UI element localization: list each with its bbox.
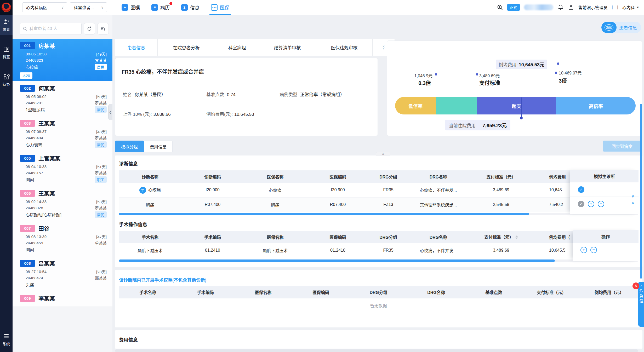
admit-date: 08-05 08:02 <box>26 94 47 99</box>
add-circle-icon[interactable]: + <box>588 201 594 207</box>
patient-360-badge[interactable]: 360 患者信息 <box>601 22 641 33</box>
critical-value-tab[interactable]: ‹ 危急值 <box>638 282 644 327</box>
rail-item-label: 科室 <box>3 54 10 59</box>
insurance-name: 颞肌下减压术 <box>244 243 306 258</box>
drg-name: 其他循环系统疾患... <box>407 197 469 212</box>
admit-date: 08-06 10:38 <box>26 52 47 56</box>
bell-icon[interactable] <box>557 4 564 10</box>
zoom-search-icon[interactable] <box>497 4 503 10</box>
col-header: DRG分组 <box>350 286 407 298</box>
segment-overrun: 超支 <box>477 97 556 114</box>
diagnosis-hscrollbar[interactable] <box>119 213 638 215</box>
rail-item-system[interactable]: 系统 <box>0 329 13 349</box>
todo-icon <box>3 73 10 80</box>
ward-select[interactable]: 心内科病区 ∨ <box>22 2 67 12</box>
stay-days: [53天] <box>96 199 107 204</box>
field-label: 姓名: <box>123 92 133 97</box>
move-down-icon[interactable]: ∨ <box>631 194 634 199</box>
diagnosis-name: 胸痛 <box>119 197 181 212</box>
rail-item-department[interactable]: 科室 <box>0 42 13 62</box>
weights-table: 手术名称 手术编码 医保名称 医保编码 DRG分组 DRG名称 基准点数 支付标… <box>119 286 638 313</box>
bed-number-badge: 003 <box>20 120 35 127</box>
col-header: 医保编码 <box>306 170 369 183</box>
rail-item-label: 患者 <box>3 27 10 32</box>
collapse-panel-handle[interactable]: ∧ <box>376 152 390 156</box>
field-value: 0.74 <box>227 92 236 97</box>
marker-label: 支付标准 <box>479 79 500 86</box>
surgery-name: 颞肌下减压术 <box>119 243 181 258</box>
username: 售前演示管理员 <box>578 4 608 10</box>
patient-card[interactable]: 008 吕某某 08-27 10:54[28天] 24468474邢某某 头痛 <box>13 256 112 291</box>
nav-insurance[interactable]: CHS 医保 <box>209 0 231 15</box>
col-header: 例均费用（元） <box>580 286 638 298</box>
user-icon[interactable] <box>568 4 574 10</box>
nav-records[interactable]: ≡ 病历 <box>150 0 171 15</box>
col-header: 诊断名称 <box>119 170 181 183</box>
patient-id: 24468323 <box>26 58 43 62</box>
rail-item-todo[interactable]: 待办 <box>0 70 13 90</box>
top-nav: + 医嘱 ≡ 病历 2 信息 CHS 医保 <box>116 0 235 15</box>
nav-message[interactable]: 2 信息 <box>180 0 201 15</box>
patient-card[interactable]: 006 王某某 08-02 14:38[53天] 24468028罗某某 心房颤… <box>13 186 112 221</box>
move-up-icon[interactable]: ∧ <box>631 200 634 205</box>
tab-violation-audit[interactable]: 医保违规审核 <box>316 39 373 56</box>
critical-value-label: 危急值 <box>639 289 644 304</box>
field-label: 上浮 10% (元): <box>123 112 152 117</box>
surgery-hscrollbar[interactable] <box>119 259 638 262</box>
subtab-simulated-grouping[interactable]: 模拟分组 <box>115 141 144 152</box>
sort-button[interactable] <box>97 23 109 34</box>
drg-group: FR35 <box>369 183 407 197</box>
rail-item-patients[interactable]: 患者 <box>0 15 13 35</box>
col-header: 医保名称 <box>244 231 306 243</box>
patient-card[interactable]: 009 李某某 <box>13 291 112 307</box>
insurance-badge: 居民 <box>95 64 107 70</box>
patient-cards: 001 房某某 08-06 10:38[49天] 24468323罗某某 心绞痛… <box>13 39 112 307</box>
table-row[interactable]: 胸痛 R07.400 胸痛 R07.400 FZ13 其他循环系统疾患... 2… <box>119 197 638 212</box>
tab-dept-groups[interactable]: 科室病组 <box>215 39 259 56</box>
patient-card[interactable]: 001 房某某 08-06 10:38[49天] 24468323罗某某 心绞痛… <box>13 39 112 81</box>
patient-list-panel: 001 房某某 08-06 10:38[49天] 24468323罗某某 心绞痛… <box>13 15 112 352</box>
department-icon <box>3 46 10 53</box>
department-switcher[interactable]: 心内科 ▼ <box>622 4 639 10</box>
sync-to-record-button[interactable]: 同步到病案 <box>603 141 641 152</box>
patient-card[interactable]: 002 何某某 08-05 08:02[50天] 24468201罗某某 1型糖… <box>13 81 112 116</box>
separator: | <box>617 5 618 10</box>
nav-orders[interactable]: + 医嘱 <box>120 0 141 15</box>
app-logo <box>0 0 13 15</box>
separator: | <box>612 5 613 10</box>
nav-insurance-label: 医保 <box>220 4 229 11</box>
patient-card[interactable]: 003 王某某 08-07 08:37[48天] 24468404罗某某 心力衰… <box>13 116 112 151</box>
drg-group-title: FR35 心绞痛，不伴并发症或合并症 <box>122 68 204 75</box>
remove-circle-icon[interactable]: − <box>590 247 597 253</box>
pay-standard: 3,489.69 <box>469 243 533 258</box>
insurance-badge: 居民 <box>95 141 107 148</box>
patient-card[interactable]: 005 上官某某 08-04 10:38[51天] 24468157罗某某 胸闷… <box>13 151 112 186</box>
check-circle-gray-icon[interactable]: ✓ <box>578 201 584 207</box>
collapse-patient-list-handle[interactable]: ❮ <box>108 104 112 120</box>
col-header-sortable[interactable]: 支付标准（元） <box>469 231 533 243</box>
add-circle-icon[interactable]: + <box>580 247 587 253</box>
tab-inpatient-analysis[interactable]: 在院患者分析 <box>158 39 215 56</box>
vertical-scrollbar[interactable] <box>640 104 642 279</box>
col-header: 医保名称 <box>234 286 292 298</box>
remove-circle-icon[interactable]: − <box>598 201 604 207</box>
table-row[interactable]: 颞肌下减压术 01.2410 颞肌下减压术 01.2410 FR35 心绞痛，不… <box>119 243 638 258</box>
check-circle-icon[interactable]: ✓ <box>578 186 584 193</box>
subtab-fee-info[interactable]: 费用信息 <box>144 141 173 152</box>
patient-name: 田谷 <box>38 224 49 232</box>
main-area: 360 患者信息 患者信息 在院患者分析 科室病组 结算清单审核 医保违规审核 … <box>112 15 644 352</box>
refresh-button[interactable] <box>84 23 95 34</box>
rail-item-label: 系统 <box>3 341 10 346</box>
topbar: 心内科病区 ∨ 科室患者... ∨ + 医嘱 ≡ 病历 2 信息 CHS 医保 <box>0 0 644 15</box>
table-row[interactable]: 主心绞痛 I20.900 心绞痛 I20.900 FR35 心绞痛，不伴并发..… <box>119 183 638 197</box>
scope-select[interactable]: 科室患者... ∨ <box>70 2 107 12</box>
horizontal-scrollbar-track[interactable] <box>115 349 638 352</box>
patient-card[interactable]: 007 田谷 08-08 13:39[47天] 24468459单某某 胸闷 <box>13 221 112 256</box>
tab-settlement-audit[interactable]: 结算清单审核 <box>259 39 316 56</box>
doctor-name: 罗某某 <box>95 100 107 106</box>
tab-patient-info[interactable]: 患者信息 <box>115 39 158 56</box>
col-header: 手术名称 <box>119 286 177 298</box>
patient-name: 上官某某 <box>38 154 60 162</box>
marker-dot <box>476 73 478 76</box>
patient-search-input[interactable] <box>30 26 79 31</box>
